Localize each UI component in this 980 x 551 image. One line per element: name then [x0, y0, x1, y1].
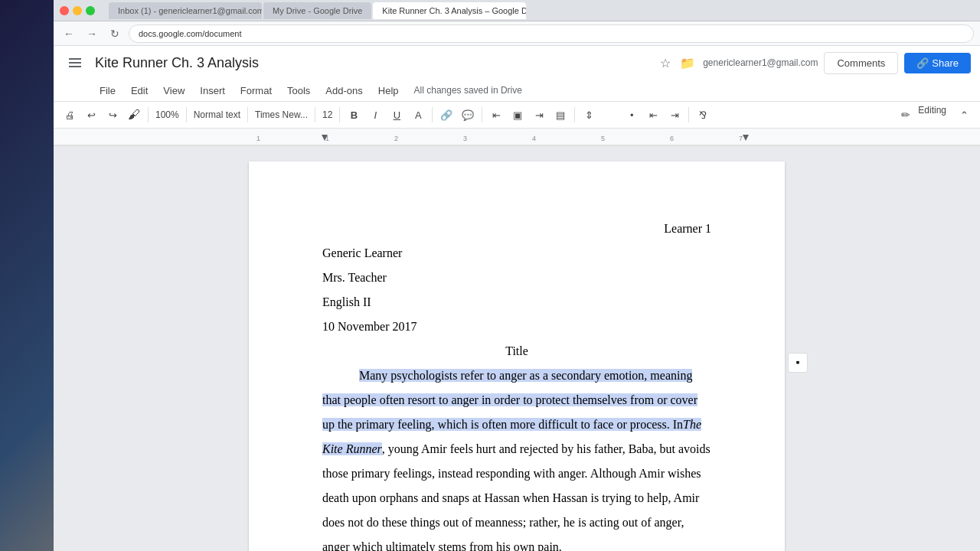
- add-comment-button[interactable]: ▪: [788, 353, 808, 373]
- align-left-button[interactable]: ⇤: [486, 105, 506, 125]
- window-controls: [60, 6, 95, 15]
- format-bar: 🖨 ↩ ↪ 🖌 100% Normal text Times New... 12…: [54, 101, 980, 129]
- pencil-icon: ✏: [901, 109, 910, 121]
- address-bar: ← → ↻ docs.google.com/document: [54, 21, 980, 46]
- highlighted-text: Many psychologists refer to anger as a s…: [322, 369, 697, 431]
- svg-text:1: 1: [256, 135, 260, 142]
- tab-docs[interactable]: Kite Runner Ch. 3 Analysis – Google Docs: [373, 2, 526, 19]
- page-header-text: Learner 1: [664, 222, 711, 235]
- back-button[interactable]: ←: [60, 24, 78, 43]
- refresh-button[interactable]: ↻: [106, 24, 124, 43]
- svg-text:5: 5: [601, 135, 605, 142]
- line-spacing-button[interactable]: ⇕: [579, 105, 599, 125]
- paint-format-button[interactable]: 🖌: [124, 105, 144, 125]
- menu-format[interactable]: Format: [234, 83, 278, 98]
- document-page: Learner 1 Generic Learner Mrs. Teacher E…: [249, 161, 785, 551]
- menu-view[interactable]: View: [157, 83, 191, 98]
- teacher-line: Mrs. Teacher: [322, 266, 711, 290]
- date-text: 10 November 2017: [322, 315, 711, 339]
- menu-bar: File Edit View Insert Format Tools Add-o…: [54, 80, 980, 101]
- editing-mode-select[interactable]: Editing: [915, 105, 949, 125]
- font-size-select[interactable]: 12: [319, 105, 335, 125]
- svg-text:7: 7: [739, 135, 743, 142]
- paragraph-rest: , young Amir feels hurt and rejected by …: [322, 442, 710, 551]
- align-right-button[interactable]: ⇥: [529, 105, 549, 125]
- ruler-inner: 1 1 2 3 4 5 6 7: [54, 129, 980, 145]
- bold-button[interactable]: B: [344, 105, 364, 125]
- italic-button[interactable]: I: [365, 105, 385, 125]
- print-button[interactable]: 🖨: [60, 105, 80, 125]
- author-name: Generic Learner: [322, 241, 711, 266]
- separator-5: [339, 107, 340, 122]
- bullet-list-button[interactable]: •: [622, 105, 642, 125]
- author-line: Generic Learner: [322, 241, 711, 266]
- highlighted-in: In: [670, 418, 683, 431]
- share-icon: 🔗: [916, 57, 929, 69]
- collapse-toolbar-button[interactable]: ⌃: [954, 105, 974, 125]
- menu-file[interactable]: File: [93, 83, 122, 98]
- essay-title: Title: [322, 339, 711, 364]
- date-line: 10 November 2017: [322, 315, 711, 339]
- maximize-button[interactable]: [86, 6, 95, 15]
- ordered-list-button[interactable]: ⁣: [600, 105, 620, 125]
- menu-edit[interactable]: Edit: [125, 83, 154, 98]
- teacher-name: Mrs. Teacher: [322, 266, 711, 290]
- separator-2: [186, 107, 187, 122]
- separator-4: [315, 107, 315, 122]
- menu-insert[interactable]: Insert: [194, 83, 231, 98]
- close-button[interactable]: [60, 6, 69, 15]
- separator-7: [482, 107, 482, 122]
- underline-button[interactable]: U: [387, 105, 407, 125]
- svg-text:2: 2: [394, 135, 398, 142]
- svg-text:4: 4: [532, 135, 536, 142]
- menu-help[interactable]: Help: [372, 83, 405, 98]
- align-center-button[interactable]: ▣: [508, 105, 528, 125]
- style-select[interactable]: Normal text: [191, 105, 243, 125]
- separator-8: [574, 107, 575, 122]
- share-button[interactable]: 🔗 Share: [904, 53, 971, 73]
- menu-addons[interactable]: Add-ons: [319, 83, 368, 98]
- first-paragraph[interactable]: Many psychologists refer to anger as a s…: [322, 364, 711, 551]
- menu-tools[interactable]: Tools: [281, 83, 316, 98]
- separator-3: [247, 107, 248, 122]
- minimize-button[interactable]: [73, 6, 82, 15]
- comment-button[interactable]: 💬: [458, 105, 478, 125]
- ruler: 1 1 2 3 4 5 6 7: [54, 129, 980, 145]
- title-bar: Inbox (1) - genericlearner1@gmail.com - …: [54, 0, 980, 21]
- folder-icon[interactable]: 📁: [680, 56, 695, 70]
- zoom-select[interactable]: 100%: [152, 105, 182, 125]
- comments-button[interactable]: Comments: [824, 52, 898, 74]
- url-bar[interactable]: docs.google.com/document: [129, 24, 974, 43]
- class-name: English II: [322, 290, 711, 315]
- tab-gmail[interactable]: Inbox (1) - genericlearner1@gmail.com - …: [109, 2, 262, 19]
- separator-9: [688, 107, 689, 122]
- gdocs-header: Kite Runner Ch. 3 Analysis ☆ 📁 genericle…: [54, 46, 980, 80]
- hamburger-icon: [69, 58, 81, 67]
- user-area: genericlearner1@gmail.com Comments 🔗 Sha…: [703, 52, 971, 74]
- tab-drive[interactable]: My Drive - Google Drive: [263, 2, 371, 19]
- star-icon[interactable]: ☆: [660, 56, 671, 70]
- header-right: Learner 1: [322, 217, 711, 241]
- clear-format-button[interactable]: ⅋: [693, 105, 713, 125]
- separator-1: [148, 107, 149, 122]
- gdocs-chrome: Kite Runner Ch. 3 Analysis ☆ 📁 genericle…: [54, 46, 980, 146]
- svg-marker-10: [743, 135, 749, 141]
- user-email: genericlearner1@gmail.com: [703, 57, 818, 68]
- font-select[interactable]: Times New...: [252, 105, 311, 125]
- link-button[interactable]: 🔗: [436, 105, 456, 125]
- forward-button[interactable]: →: [83, 24, 101, 43]
- hamburger-menu[interactable]: [63, 51, 87, 75]
- decrease-indent-button[interactable]: ⇤: [643, 105, 663, 125]
- document-area[interactable]: Learner 1 Generic Learner Mrs. Teacher E…: [54, 146, 980, 551]
- title-text: Title: [505, 344, 528, 357]
- document-title[interactable]: Kite Runner Ch. 3 Analysis: [95, 55, 649, 71]
- separator-6: [432, 107, 433, 122]
- text-color-button[interactable]: A: [408, 105, 428, 125]
- align-justify-button[interactable]: ▤: [550, 105, 570, 125]
- svg-text:3: 3: [463, 135, 467, 142]
- svg-text:6: 6: [670, 135, 674, 142]
- redo-button[interactable]: ↪: [103, 105, 122, 125]
- tab-bar: Inbox (1) - genericlearner1@gmail.com - …: [103, 2, 974, 19]
- increase-indent-button[interactable]: ⇥: [665, 105, 684, 125]
- undo-button[interactable]: ↩: [81, 105, 101, 125]
